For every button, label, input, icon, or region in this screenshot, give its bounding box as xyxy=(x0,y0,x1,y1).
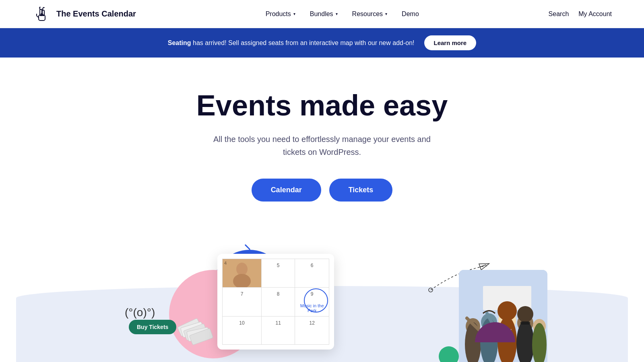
calendar-cell-5: 5 xyxy=(262,259,295,288)
calendar-button[interactable]: Calendar xyxy=(252,179,321,202)
products-label: Products xyxy=(266,10,291,18)
hero-subtitle: All the tools you need to effortlessly m… xyxy=(209,133,435,158)
learn-more-button[interactable]: Learn more xyxy=(424,35,477,50)
site-header: The Events Calendar Products ▾ Bundles ▾… xyxy=(0,0,644,28)
people-photo xyxy=(459,270,547,362)
hero-cta-buttons: Calendar Tickets xyxy=(252,179,393,202)
logo-icon xyxy=(32,4,52,24)
bundles-chevron-icon: ▾ xyxy=(336,12,338,16)
nav-products[interactable]: Products ▾ xyxy=(260,7,301,21)
search-link[interactable]: Search xyxy=(549,10,569,18)
svg-point-6 xyxy=(236,263,248,276)
logo-link[interactable]: The Events Calendar xyxy=(32,4,136,24)
nav-bundles[interactable]: Bundles ▾ xyxy=(304,7,343,21)
spark-line-1 xyxy=(245,244,251,250)
calendar-card: 4 5 6 7 8 9 Music in the Park xyxy=(217,254,334,350)
hero-illustration: (°(o)°) xyxy=(16,226,628,362)
calendar-grid: 4 5 6 7 8 9 Music in the Park xyxy=(222,259,329,345)
hero-title: Events made easy xyxy=(196,90,448,121)
main-nav: Products ▾ Bundles ▾ Resources ▾ Demo xyxy=(260,7,425,21)
banner-message: Seating has arrived! Sell assigned seats… xyxy=(168,39,415,47)
calendar-cell-11: 11 xyxy=(262,317,295,345)
banner-bold-text: Seating xyxy=(168,39,191,46)
calendar-cell-4: 4 xyxy=(223,259,262,288)
svg-point-25 xyxy=(517,306,533,322)
buy-tickets-badge[interactable]: Buy Tickets xyxy=(129,320,176,334)
banner-normal-text: has arrived! Sell assigned seats from an… xyxy=(191,39,415,46)
calendar-cell-8: 8 xyxy=(262,288,295,317)
broadcast-icon: (°(o)°) xyxy=(125,306,155,319)
calendar-cell-12: 12 xyxy=(295,317,329,345)
my-account-link[interactable]: My Account xyxy=(578,10,612,18)
calendar-row-2: 7 8 9 Music in the Park xyxy=(223,288,329,317)
calendar-row-1: 4 5 6 xyxy=(223,259,329,288)
logo-text: The Events Calendar xyxy=(56,9,136,19)
promo-banner: Seating has arrived! Sell assigned seats… xyxy=(0,28,644,58)
svg-rect-26 xyxy=(520,321,530,325)
calendar-cell-6: 6 xyxy=(295,259,329,288)
nav-resources[interactable]: Resources ▾ xyxy=(347,7,393,21)
svg-marker-10 xyxy=(479,262,490,270)
svg-text:4: 4 xyxy=(224,261,227,265)
svg-point-24 xyxy=(497,301,517,321)
demo-label: Demo xyxy=(402,10,419,18)
calendar-row-3: 10 11 12 xyxy=(223,317,329,345)
calendar-cell-10: 10 xyxy=(223,317,262,345)
hero-section: Events made easy All the tools you need … xyxy=(0,58,644,362)
products-chevron-icon: ▾ xyxy=(293,12,295,16)
nav-demo[interactable]: Demo xyxy=(396,7,425,21)
calendar-image: 4 xyxy=(223,259,261,287)
calendar-cell-7: 7 xyxy=(223,288,262,317)
resources-label: Resources xyxy=(352,10,383,18)
header-right: Search My Account xyxy=(549,10,612,18)
bundles-label: Bundles xyxy=(310,10,333,18)
tickets-button[interactable]: Tickets xyxy=(329,179,393,202)
calendar-cell-9: 9 Music in the Park xyxy=(295,288,329,317)
event-name: Music in the Park xyxy=(297,303,326,313)
resources-chevron-icon: ▾ xyxy=(385,12,387,16)
